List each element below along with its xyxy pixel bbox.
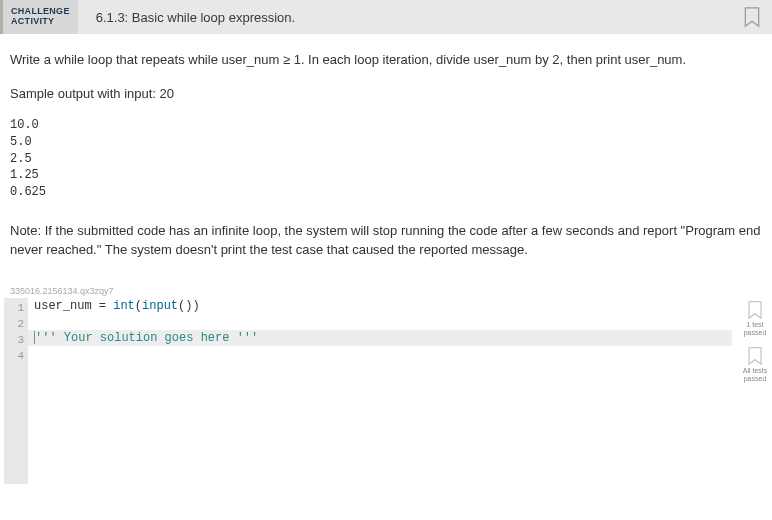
code-line: user_num = int(input()): [28, 298, 732, 314]
code-editor-area: 1 2 3 4 user_num = int(input()) ''' Your…: [0, 298, 772, 484]
activity-title: 6.1.3: Basic while loop expression.: [78, 0, 738, 34]
line-number: 2: [4, 316, 24, 332]
sample-output: 10.0 5.0 2.5 1.25 0.625: [10, 117, 762, 201]
bookmark-button[interactable]: [738, 0, 766, 34]
session-id: 335016.2156134.qx3zqy7: [0, 282, 772, 298]
sample-label: Sample output with input: 20: [10, 84, 762, 104]
test-status-sidebar: 1 test passed All tests passed: [738, 298, 772, 484]
prompt-content: Write a while loop that repeats while us…: [0, 34, 772, 282]
code-line-solution: ''' Your solution goes here ''': [28, 330, 732, 346]
note-text: Note: If the submitted code has an infin…: [10, 221, 762, 260]
all-tests-badge: All tests passed: [743, 346, 768, 382]
activity-header: CHALLENGE ACTIVITY 6.1.3: Basic while lo…: [0, 0, 772, 34]
code-line: [28, 346, 732, 362]
badge-icon: [746, 300, 764, 320]
challenge-label-2: ACTIVITY: [11, 17, 70, 27]
line-number: 3: [4, 332, 24, 348]
badge-label: All tests: [743, 367, 768, 375]
badge-label: passed: [744, 375, 767, 383]
badge-label: passed: [744, 329, 767, 337]
line-number: 1: [4, 300, 24, 316]
code-editor[interactable]: user_num = int(input()) ''' Your solutio…: [28, 298, 738, 484]
line-number: 4: [4, 348, 24, 364]
bookmark-icon: [742, 6, 762, 28]
badge-icon: [746, 346, 764, 366]
code-line: [28, 314, 732, 330]
instruction-text: Write a while loop that repeats while us…: [10, 50, 762, 70]
badge-label: 1 test: [746, 321, 763, 329]
one-test-badge: 1 test passed: [744, 300, 767, 336]
challenge-activity-tag: CHALLENGE ACTIVITY: [0, 0, 78, 34]
line-number-gutter: 1 2 3 4: [4, 298, 28, 484]
